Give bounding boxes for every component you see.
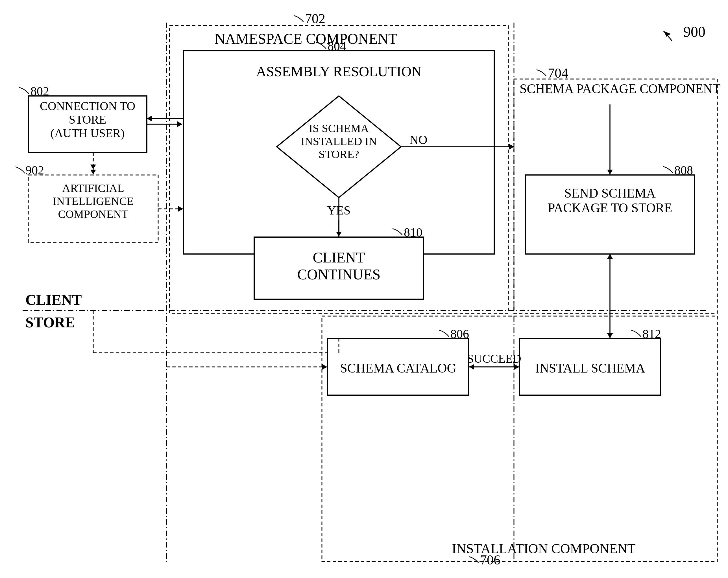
- installation-component-label: INSTALLATION COMPONENT: [452, 541, 636, 556]
- diamond-text3: STORE?: [318, 148, 359, 161]
- succeed-label: SUCCEED: [467, 352, 521, 365]
- ref-806: 806: [450, 327, 469, 341]
- ref-802: 802: [30, 84, 49, 98]
- install-schema-label: INSTALL SCHEMA: [535, 361, 645, 375]
- ai-text3: COMPONENT: [58, 208, 129, 220]
- namespace-component-label: NAMESPACE COMPONENT: [215, 31, 397, 47]
- connection-store-text1: CONNECTION TO: [40, 100, 135, 113]
- client-continues-text1: CLIENT: [313, 249, 365, 266]
- ref-704: 704: [548, 65, 568, 80]
- diagram-container: 900 CLIENT STORE 702 NAMESPACE COMPONENT…: [0, 0, 728, 578]
- ref-804: 804: [328, 39, 346, 53]
- client-label: CLIENT: [25, 292, 82, 308]
- ai-text2: INTELLIGENCE: [53, 195, 134, 208]
- ref-810: 810: [404, 225, 422, 239]
- send-schema-text1: SEND SCHEMA: [564, 186, 655, 200]
- ref-902: 902: [25, 163, 44, 177]
- client-continues-text2: CONTINUES: [297, 267, 381, 282]
- ref-808: 808: [674, 163, 693, 177]
- connection-store-text2: STORE: [69, 113, 106, 126]
- no-label: NO: [410, 133, 427, 147]
- diamond-text1: IS SCHEMA: [309, 122, 369, 135]
- assembly-resolution-label: ASSEMBLY RESOLUTION: [256, 63, 422, 79]
- store-label: STORE: [25, 314, 75, 330]
- ref-900: 900: [683, 24, 705, 40]
- send-schema-text2: PACKAGE TO STORE: [548, 201, 672, 215]
- ai-text1: ARTIFICIAL: [62, 182, 124, 194]
- connection-store-text3: (AUTH USER): [51, 127, 125, 140]
- diamond-text2: INSTALLED IN: [301, 135, 377, 147]
- schema-package-label: SCHEMA PACKAGE COMPONENT: [520, 82, 720, 96]
- ref-812: 812: [643, 327, 661, 341]
- schema-catalog-label: SCHEMA CATALOG: [340, 361, 456, 375]
- ref-702: 702: [305, 11, 325, 26]
